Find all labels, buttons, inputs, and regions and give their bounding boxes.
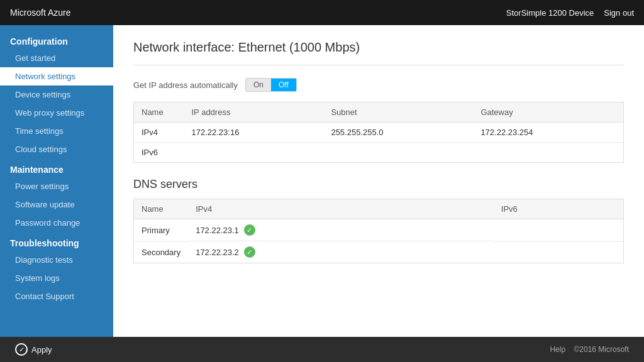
col-ip: IP address — [184, 102, 324, 123]
sidebar-item-password-change[interactable]: Password change — [0, 214, 113, 232]
sidebar-item-time-settings[interactable]: Time settings — [0, 122, 113, 140]
cell-ip-ipv6 — [184, 143, 324, 163]
toggle-off-button[interactable]: Off — [271, 79, 296, 91]
dns-col-ipv4: IPv4 — [188, 199, 494, 219]
sidebar-item-get-started[interactable]: Get started — [0, 49, 113, 67]
apply-button[interactable]: ✓ Apply — [15, 343, 52, 356]
sidebar-item-contact-support[interactable]: Contact Support — [0, 287, 113, 305]
table-row: IPv4 172.22.23:16 255.255.255.0 172.22.2… — [134, 123, 624, 143]
network-table-header: Name IP address Subnet Gateway — [134, 102, 624, 123]
dns-table: Name IPv4 IPv6 Primary 172.22.23.1 Secon… — [133, 199, 624, 263]
sidebar-item-software-update[interactable]: Software update — [0, 195, 113, 214]
cell-gateway-ipv4: 172.22.23.254 — [473, 123, 623, 143]
bottombar: ✓ Apply Help ©2016 Microsoft — [0, 337, 644, 362]
dns-primary-check-icon — [244, 224, 255, 236]
table-row: Secondary 172.22.23.2 — [134, 241, 624, 263]
help-link[interactable]: Help — [550, 345, 565, 354]
sidebar-section-troubleshooting: Troubleshooting — [0, 232, 113, 251]
sidebar: Configuration Get started Network settin… — [0, 25, 113, 337]
sidebar-item-system-logs[interactable]: System logs — [0, 269, 113, 287]
cell-subnet-ipv4: 255.255.255.0 — [323, 123, 473, 143]
cell-gateway-ipv6 — [473, 143, 623, 163]
copyright: ©2016 Microsoft — [574, 345, 629, 354]
sidebar-item-power-settings[interactable]: Power settings — [0, 177, 113, 195]
dns-col-ipv6: IPv6 — [494, 199, 624, 219]
content-area: Network interface: Ethernet (1000 Mbps) … — [113, 25, 644, 337]
sidebar-item-diagnostic-tests[interactable]: Diagnostic tests — [0, 251, 113, 269]
dns-primary-label: Primary — [134, 219, 189, 242]
col-gateway: Gateway — [473, 102, 623, 123]
toggle-on-button[interactable]: On — [246, 79, 271, 91]
table-row: IPv6 — [134, 143, 624, 163]
page-title: Network interface: Ethernet (1000 Mbps) — [133, 40, 624, 55]
sidebar-section-maintenance: Maintenance — [0, 158, 113, 177]
network-table: Name IP address Subnet Gateway IPv4 172.… — [133, 102, 624, 163]
brand-title: Microsoft Azure — [10, 8, 70, 18]
dns-secondary-check-icon — [244, 246, 255, 258]
sidebar-item-web-proxy[interactable]: Web proxy settings — [0, 104, 113, 122]
sidebar-item-device-settings[interactable]: Device settings — [0, 85, 113, 104]
cell-name-ipv6: IPv6 — [134, 143, 184, 163]
toggle-row: Get IP address automatically On Off — [133, 78, 624, 92]
sidebar-section-configuration: Configuration — [0, 30, 113, 49]
dns-table-header: Name IPv4 IPv6 — [134, 199, 624, 219]
sidebar-item-network-settings[interactable]: Network settings — [0, 67, 113, 85]
dns-secondary-ipv6 — [494, 241, 624, 263]
sidebar-item-cloud-settings[interactable]: Cloud settings — [0, 140, 113, 158]
ip-toggle[interactable]: On Off — [245, 78, 297, 92]
apply-label: Apply — [31, 345, 52, 354]
table-row: Primary 172.22.23.1 — [134, 219, 624, 242]
cell-ip-ipv4: 172.22.23:16 — [184, 123, 324, 143]
signout-link[interactable]: Sign out — [604, 8, 634, 18]
topbar-right: StorSimple 1200 Device Sign out — [506, 8, 634, 18]
cell-subnet-ipv6 — [323, 143, 473, 163]
col-name: Name — [134, 102, 184, 123]
dns-secondary-label: Secondary — [134, 241, 189, 263]
toggle-label: Get IP address automatically — [133, 80, 238, 90]
bottombar-right: Help ©2016 Microsoft — [550, 345, 629, 354]
col-subnet: Subnet — [323, 102, 473, 123]
dns-primary-ipv4: 172.22.23.1 — [188, 219, 494, 241]
dns-primary-ipv6 — [494, 219, 624, 242]
dns-section-title: DNS servers — [133, 178, 624, 191]
title-divider — [133, 65, 624, 65]
dns-secondary-ipv4: 172.22.23.2 — [188, 241, 494, 263]
main-layout: Configuration Get started Network settin… — [0, 25, 644, 337]
device-name: StorSimple 1200 Device — [506, 8, 594, 18]
topbar: Microsoft Azure StorSimple 1200 Device S… — [0, 0, 644, 25]
cell-name-ipv4: IPv4 — [134, 123, 184, 143]
dns-col-name: Name — [134, 199, 189, 219]
apply-check-icon: ✓ — [15, 343, 28, 356]
